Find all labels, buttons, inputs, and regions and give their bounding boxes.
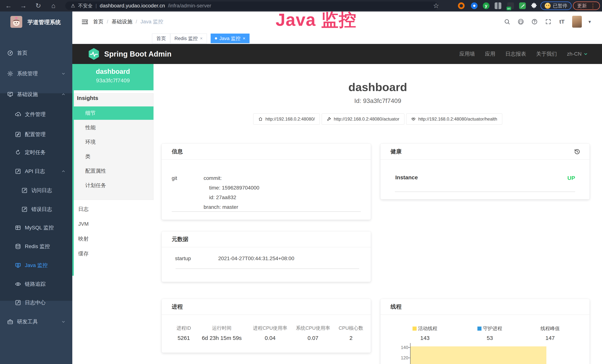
info-card: 信息 git commit: time: 1596289704000 id: 2… <box>162 144 371 220</box>
sba-nav-journal[interactable]: 日志报表 <box>505 50 526 57</box>
tab-java-monitor[interactable]: Java 监控 × <box>211 33 249 43</box>
sidebar-item-system[interactable]: 系统管理 <box>0 64 72 83</box>
user-avatar[interactable] <box>572 16 582 28</box>
sidebar-item-api-logs[interactable]: API 日志 <box>0 162 72 181</box>
sidebar-item-access-logs[interactable]: 访问日志 <box>0 181 72 200</box>
sba-nav: 应用墙 应用 日志报表 关于我们 zh-CN <box>459 44 602 64</box>
help-icon[interactable] <box>531 18 538 25</box>
browser-forward-icon[interactable]: → <box>17 0 29 11</box>
sba-menu-logs[interactable]: 日志 <box>74 203 153 215</box>
sba-menu-jvm[interactable]: JVM <box>74 218 153 230</box>
sidebar-item-redis-monitor[interactable]: Redis 监控 <box>0 237 72 256</box>
search-icon[interactable] <box>504 18 511 25</box>
extensions-puzzle-icon[interactable] <box>531 2 537 9</box>
profile-avatar-emoji <box>545 3 551 9</box>
sidebar-item-home[interactable]: 首页 <box>0 44 72 62</box>
tab-home[interactable]: 首页 <box>152 33 170 43</box>
sba-language-select[interactable]: zh-CN <box>567 51 588 57</box>
sidebar-item-infra[interactable]: 基础设施 <box>0 85 72 104</box>
header-actions: tT ▾ <box>504 11 602 32</box>
sidebar-item-scheduled-jobs[interactable]: 定时任务 <box>0 143 72 162</box>
close-icon[interactable]: × <box>200 36 203 41</box>
extension-pin-icon[interactable] <box>471 2 478 9</box>
extension-green-y-icon[interactable]: y <box>483 2 489 9</box>
sidebar-item-dev-tools[interactable]: 研发工具 <box>0 312 72 331</box>
history-icon[interactable] <box>574 148 581 155</box>
endpoint-health-url[interactable]: http://192.168.0.2:48080/actuator/health <box>406 114 502 125</box>
update-chrome-button[interactable]: 更新 ⋮ <box>573 1 600 10</box>
extension-on-icon[interactable]: on <box>507 2 514 9</box>
address-bar[interactable]: ⚠ 不安全 | dashboard.yudao.iocoder.cn/infra… <box>65 1 438 10</box>
sidebar-item-log-center[interactable]: 日志中心 <box>0 293 72 312</box>
process-col-label: 运行时间 <box>212 325 231 331</box>
sidebar-item-config-manage[interactable]: 配置管理 <box>0 125 72 144</box>
breadcrumb-infra[interactable]: 基础设施 <box>112 18 132 25</box>
sba-menu-caches[interactable]: 缓存 <box>74 248 153 259</box>
browser-back-icon[interactable]: ← <box>3 0 14 11</box>
process-col-label: 进程CPU使用率 <box>253 325 287 331</box>
bookmark-star-icon[interactable]: ☆ <box>430 0 442 11</box>
sidebar-item-error-logs[interactable]: 错误日志 <box>0 200 72 219</box>
threads-card: 线程 活动线程 守护进程 线程峰值 143 53 147 140 120 100 <box>380 299 590 364</box>
menu-label: 配置属性 <box>85 167 106 174</box>
wrench-icon <box>327 117 331 121</box>
browser-reload-icon[interactable]: ↻ <box>32 0 44 11</box>
sidebar-toggle-icon[interactable] <box>81 18 89 25</box>
chevron-down-icon <box>61 320 66 324</box>
browser-menu-icon[interactable]: ⋮ <box>590 3 596 9</box>
tab-label: Java 监控 <box>219 35 240 42</box>
tab-redis-monitor[interactable]: Redis 监控 × <box>170 33 207 43</box>
metadata-card-header: 元数据 <box>162 231 371 247</box>
card-title: 健康 <box>390 148 402 155</box>
extension-leaf-icon[interactable] <box>519 2 526 9</box>
sidebar-item-file-manage[interactable]: 文件管理 <box>0 105 72 124</box>
sidebar-label: 访问日志 <box>31 187 52 194</box>
spring-boot-admin-logo[interactable] <box>87 47 100 61</box>
breadcrumb-home[interactable]: 首页 <box>93 18 103 25</box>
sba-menu-details[interactable]: 细节 <box>74 107 153 120</box>
sidebar-label: Java 监控 <box>25 262 48 269</box>
url-host: dashboard.yudao.iocoder.cn <box>100 3 165 9</box>
sidebar-item-mysql-monitor[interactable]: MySQL 监控 <box>0 218 72 237</box>
sidebar-label: 基础设施 <box>17 91 38 98</box>
monitor-chart-icon <box>7 91 13 97</box>
close-icon[interactable]: × <box>243 36 245 41</box>
sidebar-label: 研发工具 <box>17 318 38 325</box>
sba-nav-applications[interactable]: 应用 <box>485 50 495 57</box>
app-title: 芋道管理系统 <box>27 19 61 26</box>
legend-label: 活动线程 <box>418 325 437 332</box>
home-icon <box>258 117 263 121</box>
breadcrumb-separator: / <box>136 19 137 25</box>
process-col-label: 进程ID <box>176 325 191 331</box>
font-size-icon[interactable]: tT <box>559 18 566 25</box>
menu-label: 计划任务 <box>85 182 106 189</box>
sba-menu-environment[interactable]: 环境 <box>74 137 153 148</box>
sba-menu-metrics[interactable]: 性能 <box>74 122 153 133</box>
sba-menu-scheduled-tasks[interactable]: 计划任务 <box>74 180 153 191</box>
sidebar-item-java-monitor[interactable]: Java 监控 <box>0 256 72 275</box>
extension-orange-icon[interactable] <box>458 2 465 9</box>
fullscreen-icon[interactable] <box>545 18 552 25</box>
profile-paused-chip[interactable]: 已暂停 <box>540 1 572 10</box>
divider <box>176 268 359 269</box>
menu-label: 映射 <box>78 235 89 242</box>
sidebar-item-trace[interactable]: 链路追踪 <box>0 275 72 293</box>
github-icon[interactable] <box>517 18 524 25</box>
tab-label: 首页 <box>156 35 166 42</box>
sba-nav-wallboard[interactable]: 应用墙 <box>459 50 475 57</box>
health-status-badge: UP <box>567 175 575 181</box>
extension-grid-icon[interactable] <box>495 2 501 9</box>
user-menu-caret-icon[interactable]: ▾ <box>589 19 591 25</box>
info-line: branch: master <box>204 202 259 212</box>
dashboard-icon <box>7 50 13 56</box>
menu-label: 细节 <box>85 110 96 117</box>
sba-menu-config-props[interactable]: 配置属性 <box>74 165 153 177</box>
sba-menu-classes[interactable]: 类 <box>74 151 153 162</box>
menu-label: 环境 <box>85 139 96 146</box>
browser-home-icon[interactable]: ⌂ <box>47 0 59 11</box>
endpoint-actuator-url[interactable]: http://192.168.0.2:48080/actuator <box>322 114 404 125</box>
sba-menu-mappings[interactable]: 映射 <box>74 233 153 244</box>
sba-nav-about[interactable]: 关于我们 <box>536 50 557 57</box>
on-badge: on <box>506 7 511 10</box>
endpoint-service-url[interactable]: http://192.168.0.2:48080/ <box>253 114 320 125</box>
